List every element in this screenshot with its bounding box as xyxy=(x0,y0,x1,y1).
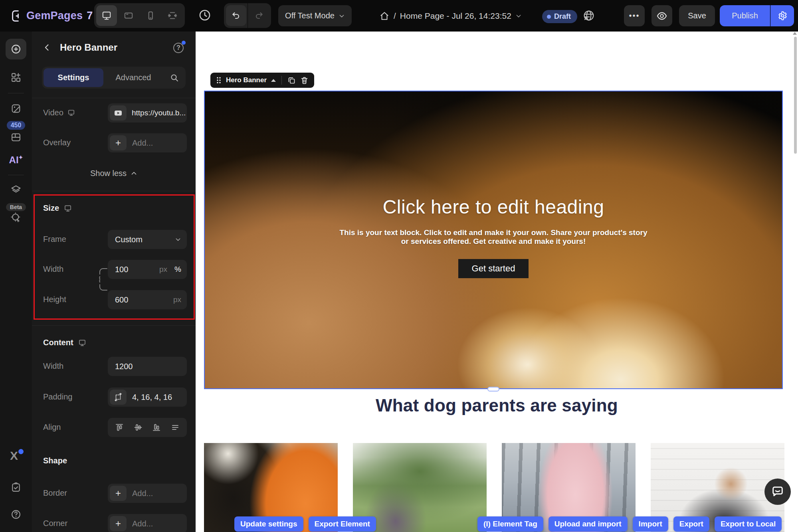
width-row-label: Width xyxy=(43,265,63,274)
delete-icon[interactable] xyxy=(300,76,309,85)
help-button[interactable] xyxy=(0,509,32,520)
overlay-add-button[interactable]: + Add... xyxy=(108,133,187,152)
layers-icon xyxy=(10,184,22,195)
corner-add-button[interactable]: + Add... xyxy=(108,514,187,532)
beta-label: Beta xyxy=(6,203,26,211)
element-toolbar: Hero Banner xyxy=(210,73,314,88)
hero-text-block[interactable]: This is your text block. Click to edit a… xyxy=(339,228,647,246)
editor-canvas[interactable]: Hero Banner Click here to edit heading T… xyxy=(196,32,798,532)
border-add-button[interactable]: + Add... xyxy=(108,484,187,503)
caret-up-icon[interactable] xyxy=(271,79,276,82)
x-logo: X xyxy=(10,449,18,462)
mobile-view-button[interactable] xyxy=(140,5,161,26)
layers-button[interactable] xyxy=(0,184,32,195)
history-button[interactable] xyxy=(198,8,212,22)
usage-count-badge: 450 xyxy=(0,121,32,130)
more-options-button[interactable]: ••• xyxy=(624,5,645,26)
chat-icon xyxy=(771,485,784,498)
selected-element-label[interactable]: Hero Banner xyxy=(226,76,267,84)
pages-icon xyxy=(10,132,22,143)
tab-advanced[interactable]: Advanced xyxy=(103,68,163,87)
content-width-value: 1200 xyxy=(115,362,133,371)
theme-icon xyxy=(10,103,22,114)
sections-icon xyxy=(10,72,22,83)
status-badge: Draft xyxy=(542,10,577,23)
show-less-label: Show less xyxy=(90,169,127,178)
desktop-view-button[interactable] xyxy=(96,5,117,26)
link-dimensions-icon[interactable] xyxy=(91,266,109,293)
breadcrumb[interactable]: / Home Page - Jul 26, 14:23:52 xyxy=(379,0,522,32)
help-icon xyxy=(10,509,22,520)
import-button[interactable]: Import xyxy=(633,516,668,532)
app-logo[interactable]: GemPages 7 xyxy=(11,0,93,32)
add-icon xyxy=(10,44,22,55)
export-element-button[interactable]: Export Element xyxy=(309,516,376,532)
preview-button[interactable] xyxy=(651,5,672,26)
align-top-icon[interactable] xyxy=(115,423,124,432)
panel-search-button[interactable] xyxy=(165,73,184,83)
padding-input[interactable]: 4, 16, 4, 16 xyxy=(108,388,187,407)
save-button[interactable]: Save xyxy=(679,5,715,26)
height-unit-px[interactable]: px xyxy=(173,295,181,304)
width-input[interactable]: 100 px % xyxy=(108,260,187,279)
interactions-button[interactable] xyxy=(0,212,32,223)
frame-select[interactable]: Custom xyxy=(108,230,187,249)
export-to-local-button[interactable]: Export to Local xyxy=(715,516,782,532)
x-app-button[interactable]: X xyxy=(10,449,18,463)
translate-button[interactable] xyxy=(582,9,595,22)
tablet-view-button[interactable] xyxy=(118,5,139,26)
panel-tabs: Settings Advanced xyxy=(42,67,186,89)
pages-button[interactable] xyxy=(0,132,32,143)
sections-library-button[interactable] xyxy=(0,72,32,83)
content-width-label: Width xyxy=(43,362,63,371)
testimonials-heading[interactable]: What dog parents are saying xyxy=(196,396,798,415)
tasks-icon xyxy=(10,482,22,493)
test-mode-dropdown[interactable]: Off Test Mode xyxy=(278,5,352,26)
content-width-input[interactable]: 1200 xyxy=(108,357,187,376)
redo-button[interactable] xyxy=(249,5,269,26)
export-button[interactable]: Export xyxy=(673,516,709,532)
update-settings-button[interactable]: Update settings xyxy=(234,516,303,532)
ai-assistant-button[interactable]: AI✦ xyxy=(0,154,32,166)
undo-icon xyxy=(231,11,241,20)
align-control xyxy=(108,418,187,437)
video-url-input[interactable]: https://youtu.b... xyxy=(108,103,187,123)
drag-handle-icon[interactable] xyxy=(216,76,222,84)
chat-widget-button[interactable] xyxy=(764,479,791,505)
plus-icon: + xyxy=(110,135,127,150)
width-unit-px[interactable]: px xyxy=(159,265,167,274)
theme-styles-button[interactable] xyxy=(0,103,32,114)
hero-resize-handle[interactable] xyxy=(487,387,499,392)
help-notification-dot xyxy=(182,41,186,45)
duplicate-icon[interactable] xyxy=(287,76,296,85)
hero-banner-element[interactable]: Click here to edit heading This is your … xyxy=(204,91,783,389)
show-less-toggle[interactable]: Show less xyxy=(32,169,196,178)
width-unit-percent[interactable]: % xyxy=(174,265,181,274)
add-element-button[interactable] xyxy=(0,39,32,59)
align-bottom-icon[interactable] xyxy=(152,423,161,432)
back-button[interactable] xyxy=(43,44,51,51)
align-middle-icon[interactable] xyxy=(133,423,143,432)
publish-settings-button[interactable] xyxy=(770,5,794,26)
desktop-icon xyxy=(101,10,112,21)
canvas-scrollbar[interactable] xyxy=(794,37,797,154)
device-switcher xyxy=(94,3,185,28)
hero-cta-button[interactable]: Get started xyxy=(458,259,529,278)
undo-button[interactable] xyxy=(226,5,246,26)
scrollbar-up-arrow[interactable] xyxy=(793,32,797,35)
plus-icon: + xyxy=(110,516,127,531)
plus-icon: + xyxy=(110,486,127,501)
responsive-view-button[interactable] xyxy=(162,5,183,26)
chevron-up-icon xyxy=(131,170,137,177)
tab-settings[interactable]: Settings xyxy=(44,68,103,87)
chevron-down-icon xyxy=(339,13,345,19)
upload-and-import-button[interactable]: Upload and import xyxy=(549,516,628,532)
preview-icon xyxy=(656,10,667,22)
padding-value: 4, 16, 4, 16 xyxy=(132,393,172,402)
publish-button[interactable]: Publish xyxy=(720,5,770,26)
hero-heading[interactable]: Click here to edit heading xyxy=(383,196,604,218)
tasks-button[interactable] xyxy=(0,482,32,493)
align-justify-icon[interactable] xyxy=(170,423,180,432)
height-input[interactable]: 600 px xyxy=(108,290,187,309)
element-tag-button[interactable]: (I) Element Tag xyxy=(477,516,543,532)
